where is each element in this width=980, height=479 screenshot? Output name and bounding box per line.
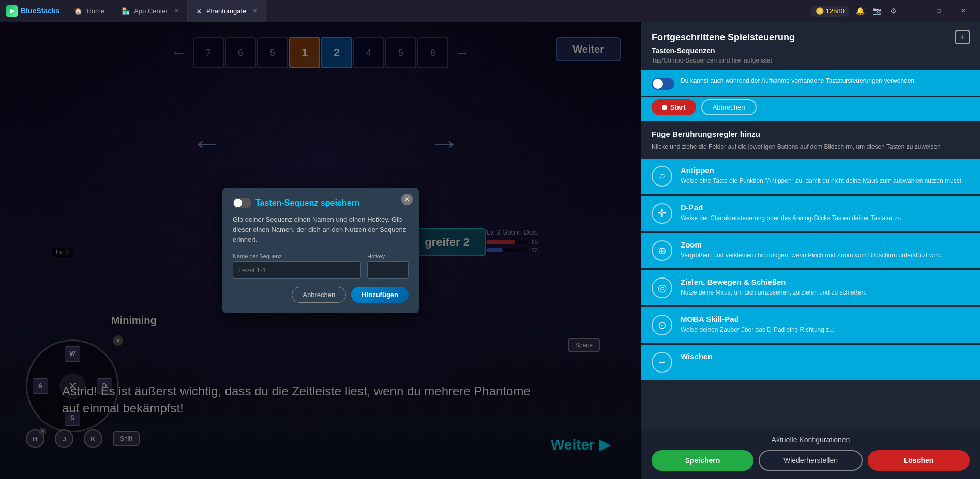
field-name-label: Name der Sequenz xyxy=(233,253,361,259)
dialog: Tasten-Sequenz speichern ✕ Gib deiner Se… xyxy=(222,188,419,313)
config-buttons: Speichern Wiederherstellen Löschen xyxy=(641,450,980,479)
title-bar-right: 🪙 12580 🔔 📷 ⚙ ─ □ ✕ xyxy=(810,0,980,22)
dialog-fields: Name der Sequenz Hotkey xyxy=(233,253,409,279)
dialog-buttons: Abbrechen Hinzufügen xyxy=(233,287,409,303)
dialog-body: Gib deiner Sequenz einen Namen und einen… xyxy=(233,214,409,245)
touch-card-moba[interactable]: ⊙ MOBA Skill-Pad Weise deinen Zauber übe… xyxy=(641,307,980,343)
dialog-overlay: Tasten-Sequenz speichern ✕ Gib deiner Se… xyxy=(0,22,641,479)
coin-badge: 🪙 12580 xyxy=(810,6,850,17)
tab-home-label: Home xyxy=(86,7,104,15)
moba-title: MOBA Skill-Pad xyxy=(681,315,970,323)
tab-phantomgate[interactable]: ⚔ Phantomgate ✕ xyxy=(188,0,266,22)
antippen-title: Antippen xyxy=(681,166,970,175)
save-config-button[interactable]: Speichern xyxy=(652,450,753,471)
tab-appcenter-label: App Center xyxy=(134,7,168,15)
title-bar: ▶ BlueStacks 🏠 Home 🏪 App Center ✕ ⚔ Pha… xyxy=(0,0,980,22)
touch-card-zielen[interactable]: ◎ Zielen, Bewegen & Schießen Nutze deine… xyxy=(641,270,980,305)
antippen-content: Antippen Weise eine Taste die Funktion "… xyxy=(681,166,970,186)
antippen-icon: ○ xyxy=(652,166,672,187)
tab-home[interactable]: 🏠 Home xyxy=(66,0,113,22)
delete-config-button[interactable]: Löschen xyxy=(868,450,970,471)
touch-card-dpad[interactable]: ✛ D-Pad Weise der Charaktersteuerung ode… xyxy=(641,196,980,231)
phantomgate-tab-close[interactable]: ✕ xyxy=(252,8,257,14)
close-btn[interactable]: ✕ xyxy=(953,0,974,22)
settings-btn[interactable]: ⚙ xyxy=(887,5,899,17)
zoom-desc: Vergrößern und verkleinern hinzufügen, w… xyxy=(681,251,970,260)
toggle-section: Du kannst auch während der Aufnahme vorh… xyxy=(641,70,980,96)
wischen-title: Wischen xyxy=(681,352,970,361)
moba-content: MOBA Skill-Pad Weise deinen Zauber über … xyxy=(681,315,970,334)
zielen-desc: Nutze deine Maus, um dich umzusehen, zu … xyxy=(681,288,970,297)
zielen-icon: ◎ xyxy=(652,277,672,298)
dialog-close-button[interactable]: ✕ xyxy=(401,194,413,205)
coin-amount: 12580 xyxy=(826,7,845,15)
zoom-content: Zoom Vergrößern und verkleinern hinzufüg… xyxy=(681,240,970,260)
panel-action-row: Start Abbrechen xyxy=(641,97,980,121)
moba-desc: Weise deinen Zauber über das D-Pad eine … xyxy=(681,326,970,334)
touch-card-antippen[interactable]: ○ Antippen Weise eine Taste die Funktion… xyxy=(641,159,980,194)
panel-header: Fortgeschrittene Spielsteuerung + xyxy=(641,22,980,47)
add-button[interactable]: Hinzufügen xyxy=(351,287,409,303)
tab-phantomgate-label: Phantomgate xyxy=(206,7,246,15)
field-hotkey-input[interactable] xyxy=(367,261,409,279)
toggle-text: Du kannst auch während der Aufnahme vorh… xyxy=(681,76,916,85)
dpad-icon: ✛ xyxy=(652,203,672,224)
field-group-hotkey: Hotkey xyxy=(367,253,409,279)
camera-btn[interactable]: 📷 xyxy=(870,5,883,17)
bluestacks-icon: ▶ xyxy=(6,5,18,17)
dpad-title: D-Pad xyxy=(681,203,970,212)
panel-add-button[interactable]: + xyxy=(955,30,970,44)
dpad-desc: Weise der Charaktersteuerung oder des An… xyxy=(681,214,970,223)
touch-card-wischen[interactable]: ↔ Wischen xyxy=(641,345,980,380)
right-panel: Fortgeschrittene Spielsteuerung + Tasten… xyxy=(641,22,980,479)
bluestacks-label: BlueStacks xyxy=(21,7,59,15)
home-icon: 🏠 xyxy=(74,7,82,15)
tasten-section-title: Tasten-Sequenzen xyxy=(641,47,980,57)
beruehrer-section-desc: Klicke und ziehe die Felder auf die jewe… xyxy=(641,143,980,158)
wischen-content: Wischen xyxy=(681,352,970,363)
zoom-title: Zoom xyxy=(681,240,970,249)
toggle-knob xyxy=(653,79,663,89)
start-button[interactable]: Start xyxy=(652,99,696,115)
tasten-section-subtitle: Tap/Combo-Sequenzen sind hier aufgeliste… xyxy=(641,57,980,70)
start-dot-icon xyxy=(662,105,667,110)
coin-icon: 🪙 xyxy=(816,7,824,15)
appcenter-icon: 🏪 xyxy=(122,7,130,15)
title-bar-left: ▶ BlueStacks 🏠 Home 🏪 App Center ✕ ⚔ Pha… xyxy=(0,0,266,22)
panel-title: Fortgeschrittene Spielsteuerung xyxy=(652,32,795,43)
bluestacks-logo[interactable]: ▶ BlueStacks xyxy=(0,5,66,17)
field-name-input[interactable] xyxy=(233,261,361,279)
toggle-switch[interactable] xyxy=(652,78,674,90)
config-section-title: Aktuelle Konfigurationen xyxy=(641,429,980,450)
antippen-desc: Weise eine Taste die Funktion "Antippen"… xyxy=(681,177,970,186)
dialog-toggle[interactable] xyxy=(233,198,251,208)
zielen-title: Zielen, Bewegen & Schießen xyxy=(681,277,970,286)
field-group-name: Name der Sequenz xyxy=(233,253,361,279)
wischen-icon: ↔ xyxy=(652,352,672,373)
touch-card-zoom[interactable]: ⊕ Zoom Vergrößern und verkleinern hinzuf… xyxy=(641,233,980,268)
restore-config-button[interactable]: Wiederherstellen xyxy=(759,450,863,471)
maximize-btn[interactable]: □ xyxy=(928,0,949,22)
zielen-content: Zielen, Bewegen & Schießen Nutze deine M… xyxy=(681,277,970,297)
dpad-content: D-Pad Weise der Charaktersteuerung oder … xyxy=(681,203,970,223)
beruehrer-section-title: Füge Berührungsregler hinzu xyxy=(641,121,980,143)
dialog-title: Tasten-Sequenz speichern xyxy=(255,198,360,208)
game-area: Weiter ← 7 6 5 1 2 4 5 8 → ← → greifer 2… xyxy=(0,22,641,479)
abbrechen-button[interactable]: Abbrechen xyxy=(701,99,757,115)
tab-appcenter[interactable]: 🏪 App Center ✕ xyxy=(113,0,188,22)
cancel-button[interactable]: Abbrechen xyxy=(292,287,346,303)
field-hotkey-label: Hotkey xyxy=(367,253,409,259)
moba-icon: ⊙ xyxy=(652,315,672,335)
phantomgate-icon: ⚔ xyxy=(196,7,202,15)
appcenter-tab-close[interactable]: ✕ xyxy=(174,8,179,14)
dialog-header: Tasten-Sequenz speichern xyxy=(233,198,409,208)
zoom-icon: ⊕ xyxy=(652,240,672,261)
notification-btn[interactable]: 🔔 xyxy=(854,5,866,17)
minimize-btn[interactable]: ─ xyxy=(903,0,924,22)
